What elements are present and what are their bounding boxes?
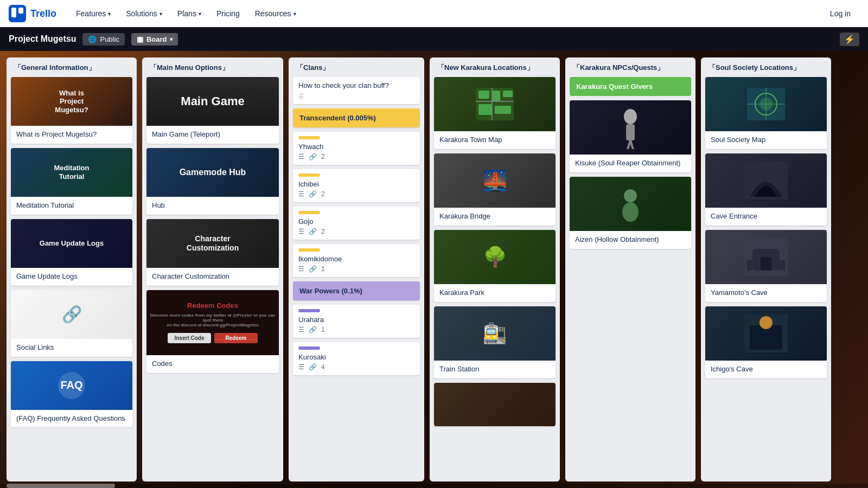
svg-rect-26: [747, 260, 752, 271]
column-karakura-locations-header: 「New Karakura Locations」: [430, 57, 560, 77]
card-urahara[interactable]: Urahara ☰ 🔗 1: [293, 305, 420, 338]
card-ichigos-cave[interactable]: Ichigo's Cave: [705, 306, 827, 378]
attach-icon6: 🔗: [309, 363, 317, 371]
card-codes[interactable]: Redeem Codes Discover more codes from my…: [146, 290, 279, 373]
card-game-update-logs-title: Game Update Logs: [11, 268, 132, 286]
board-title: Project Mugetsu: [9, 34, 76, 44]
card-character-customization-title: Character Customization: [146, 268, 279, 286]
card-transcendent-title: Transcendent (0.005%): [293, 108, 420, 127]
card-ikomikidomoe[interactable]: Ikomikidomoe ☰ 🔗 1: [293, 244, 420, 277]
scrollbar-thumb[interactable]: [7, 484, 115, 488]
card-social-links-title: Social Links: [11, 339, 132, 357]
card-what-is-project-mugetsu[interactable]: What isProjectMugetsu? What is Project M…: [11, 77, 132, 144]
svg-point-30: [760, 316, 773, 329]
plans-chevron-icon: ▾: [199, 11, 201, 17]
card-war-powers-title: War Powers (0.1%): [293, 281, 420, 300]
card-hub[interactable]: Gamemode Hub Hub: [146, 148, 279, 215]
nav-plans[interactable]: Plans ▾: [171, 5, 208, 22]
card-kurosaki-title: Kurosaki: [298, 353, 414, 361]
card-kisuke[interactable]: Kisuke (Soul Reaper Obtainment): [570, 100, 691, 172]
nav-pricing[interactable]: Pricing: [210, 5, 246, 22]
svg-point-11: [624, 109, 637, 124]
card-yhwach[interactable]: Yhwach ☰ 🔗 2: [293, 132, 420, 165]
column-main-menu-options: 「Main Menu Options」 Main Game Main Game …: [142, 57, 283, 481]
card-karakura-town-map-title: Karakura Town Map: [434, 131, 556, 149]
card-character-customization[interactable]: CharacterCustomization Character Customi…: [146, 219, 279, 286]
card-game-update-logs[interactable]: Game Update Logs Game Update Logs: [11, 219, 132, 286]
column-clans: 「Clans」 How to check your clan buff? ☰ T…: [289, 57, 424, 481]
filter-button[interactable]: ⚡: [840, 33, 859, 46]
card-codes-title: Codes: [146, 355, 279, 373]
column-soul-society-locations-header: 「Soul Society Locations」: [701, 57, 831, 77]
column-soul-society-locations-cards: Soul Society Map Cave Entrance: [701, 77, 831, 481]
card-main-game[interactable]: Main Game Main Game (Teleport): [146, 77, 279, 144]
nav-features[interactable]: Features ▾: [69, 5, 117, 22]
nav-solutions[interactable]: Solutions ▾: [119, 5, 169, 22]
card-soul-society-map[interactable]: Soul Society Map: [705, 77, 827, 149]
insert-code-button[interactable]: Insert Code: [168, 333, 211, 343]
card-aizen[interactable]: Aizen (Hollow Obtainment): [570, 177, 691, 249]
trello-logo[interactable]: Trello: [9, 5, 56, 22]
card-gojo[interactable]: Gojo ☰ 🔗 2: [293, 207, 420, 240]
svg-rect-6: [503, 91, 513, 97]
card-karakura-extra[interactable]: [434, 383, 556, 426]
board-view-button[interactable]: ▦ Board ▾: [131, 33, 178, 46]
svg-rect-1: [11, 8, 16, 17]
svg-rect-25: [761, 257, 771, 271]
card-karakura-park[interactable]: 🌳 Karakura Park: [434, 230, 556, 302]
card-social-links[interactable]: 🔗 Social Links: [11, 290, 132, 357]
visibility-label: Public: [100, 35, 119, 43]
svg-rect-8: [495, 106, 511, 114]
menu-icon2: ☰: [298, 190, 304, 198]
card-main-game-title: Main Game (Teleport): [146, 126, 279, 144]
nav-resources[interactable]: Resources ▾: [248, 5, 303, 22]
redeem-button[interactable]: Redeem: [214, 333, 258, 343]
card-gojo-title: Gojo: [298, 217, 414, 226]
card-soul-society-map-title: Soul Society Map: [705, 131, 827, 149]
column-soul-society-locations: 「Soul Society Locations」 Soul Society Ma…: [701, 57, 831, 481]
card-karakura-bridge[interactable]: 🌉 Karakura Bridge: [434, 153, 556, 226]
card-karakura-town-map[interactable]: Karakura Town Map: [434, 77, 556, 149]
card-train-station-title: Train Station: [434, 361, 556, 378]
login-button[interactable]: Log in: [821, 5, 859, 22]
card-aizen-title: Aizen (Hollow Obtainment): [570, 231, 691, 249]
card-meditation-tutorial[interactable]: MeditationTutorial Meditation Tutorial: [11, 148, 132, 215]
menu-icon6: ☰: [298, 363, 304, 371]
svg-rect-12: [626, 124, 635, 140]
menu-icon4: ☰: [298, 265, 304, 273]
card-how-to-check-buff[interactable]: How to check your clan buff? ☰: [293, 77, 420, 104]
column-karakura-locations-cards: Karakura Town Map 🌉 Karakura Bridge 🌳 Ka…: [430, 77, 560, 481]
globe-icon: 🌐: [88, 35, 97, 43]
svg-rect-2: [18, 8, 23, 14]
urahara-attachments: 1: [321, 326, 325, 333]
card-faq[interactable]: FAQ (FAQ) Frequently Asked Questions: [11, 361, 132, 428]
card-transcendent[interactable]: Transcendent (0.005%): [293, 108, 420, 127]
card-ichibei[interactable]: Ichibei ☰ 🔗 2: [293, 169, 420, 202]
card-kurosaki[interactable]: Kurosaki ☰ 🔗 4: [293, 342, 420, 375]
column-general-information-header: 「General Information」: [7, 57, 137, 77]
card-karakura-park-title: Karakura Park: [434, 284, 556, 302]
card-war-powers[interactable]: War Powers (0.1%): [293, 281, 420, 300]
card-urahara-title: Urahara: [298, 316, 414, 324]
card-what-is-project-mugetsu-title: What is Project Mugetsu?: [11, 126, 132, 144]
card-train-station[interactable]: 🚉 Train Station: [434, 306, 556, 378]
gojo-attachments: 2: [321, 228, 325, 235]
board-visibility-button[interactable]: 🌐 Public: [82, 33, 124, 46]
horizontal-scrollbar[interactable]: [0, 484, 868, 488]
attach-icon5: 🔗: [309, 326, 317, 333]
svg-rect-0: [9, 5, 26, 22]
view-label: Board: [146, 35, 167, 43]
card-ikomikidomoe-title: Ikomikidomoe: [298, 255, 414, 263]
ichibei-attachments: 2: [321, 190, 325, 198]
card-hub-title: Hub: [146, 197, 279, 215]
card-cave-entrance[interactable]: Cave Entrance: [705, 153, 827, 226]
svg-point-15: [624, 189, 637, 202]
column-general-information: 「General Information」 What isProjectMuge…: [7, 57, 137, 481]
card-yhwach-title: Yhwach: [298, 143, 414, 151]
view-chevron-icon: ▾: [170, 36, 173, 42]
column-general-information-cards: What isProjectMugetsu? What is Project M…: [7, 77, 137, 481]
card-karakura-quest-givers[interactable]: Karakura Quest Givers: [570, 77, 691, 96]
menu-icon3: ☰: [298, 228, 304, 235]
svg-line-14: [630, 140, 633, 149]
card-yamamotos-cave[interactable]: Yamamoto's Cave: [705, 230, 827, 302]
